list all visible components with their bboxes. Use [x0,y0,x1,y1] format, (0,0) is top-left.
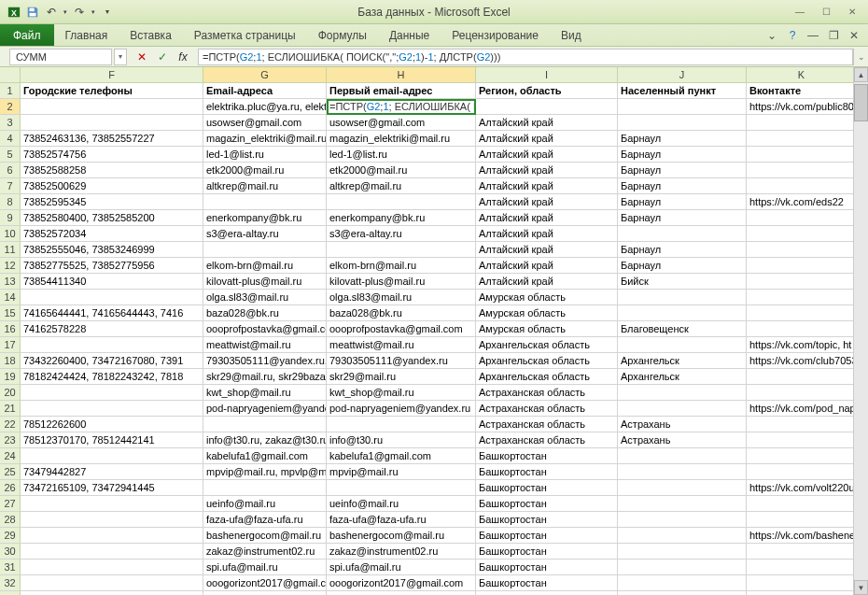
cell[interactable]: Алтайский край [476,115,618,131]
cell[interactable] [747,544,857,560]
insert-function-icon[interactable]: fx [175,50,190,64]
cell[interactable] [21,591,203,595]
row-header[interactable]: 30 [0,544,21,560]
cell[interactable] [747,591,857,595]
cell[interactable]: faza-ufa@faza-ufa.ru [327,512,476,528]
row-header[interactable]: 16 [0,321,21,337]
cell[interactable]: pod-napryageniem@yandex.ru [327,401,476,417]
row-header[interactable]: 31 [0,560,21,575]
name-box-dropdown-icon[interactable]: ▾ [114,49,127,65]
cell[interactable]: Башкортостан [476,544,618,560]
cell[interactable] [21,99,203,115]
cell[interactable]: faza-ufa@faza-ufa.ru [203,512,327,528]
row-header[interactable]: 17 [0,337,21,353]
ribbon-tab[interactable]: Формулы [307,24,378,46]
cell[interactable]: magazin_elektriki@mail.ru [203,131,327,147]
cell[interactable]: Барнаул [618,131,747,147]
cell[interactable]: Алтайский край [476,194,618,210]
cell[interactable]: Амурская область [476,290,618,305]
cell[interactable]: zakaz@instrument02.ru [327,544,476,560]
cell[interactable] [747,464,857,480]
cell[interactable]: Башкортостан [476,480,618,496]
cell[interactable] [21,575,203,591]
row-header[interactable]: 2 [0,99,21,115]
cell[interactable]: elkom-brn@mail.ru [203,258,327,274]
row-header[interactable]: 15 [0,305,21,321]
cell[interactable]: Алтайский край [476,147,618,163]
cell[interactable] [618,591,747,595]
cell[interactable] [747,575,857,591]
cell[interactable] [21,385,203,401]
cell[interactable]: s3@era-altay.ru [203,226,327,242]
cell[interactable]: Башкортостан [476,464,618,480]
cell[interactable] [747,448,857,464]
cell[interactable]: Архангельская область [476,337,618,353]
cell[interactable]: info@t30.ru [327,432,476,448]
cell[interactable]: Башкортостан [476,448,618,464]
cell[interactable] [747,305,857,321]
cell[interactable] [747,163,857,178]
cell[interactable]: =ПСТР(G2;1; ЕСЛИОШИБКА( ПОИСК(",";G2;1)-… [327,99,476,115]
cell[interactable] [747,258,857,274]
cell[interactable]: kabelufa1@gmail.com [203,448,327,464]
cell[interactable]: Благовещенск [618,321,747,337]
cell[interactable] [618,544,747,560]
cell[interactable]: https://vk.com/pod_nap [747,401,857,417]
cell[interactable]: 74165644441, 74165644443, 7416 [21,305,203,321]
cell[interactable]: enerkompany@bk.ru [327,210,476,226]
cell[interactable]: 79303505111@yandex.ru, info@ [203,353,327,369]
header-cell[interactable]: Населенный пункт [618,83,747,99]
close-icon[interactable]: ✕ [842,5,862,20]
cell[interactable]: Башкортостан [476,512,618,528]
cell[interactable] [618,337,747,353]
redo-dropdown-icon[interactable]: ▾ [90,4,97,21]
row-header[interactable]: 1 [0,83,21,99]
cell[interactable]: mpvip@mail.ru, mpvlp@mail.ru [203,464,327,480]
cell[interactable] [747,210,857,226]
cell[interactable]: 73852555046, 73853246999 [21,242,203,258]
cell[interactable]: baza028@bk.ru [203,305,327,321]
cell[interactable]: elektrika.pluc@ya.ru, elektrika [203,99,327,115]
row-header[interactable]: 21 [0,401,21,417]
cell[interactable] [203,417,327,432]
column-header[interactable]: H [327,67,476,83]
header-cell[interactable]: Вконтакте [747,83,857,99]
cell[interactable] [618,290,747,305]
cell[interactable]: ueinfo@mail.ru [203,496,327,512]
cell[interactable]: https://vk.com/volt220u [747,480,857,496]
cell[interactable] [618,480,747,496]
cell[interactable]: 73852500629 [21,178,203,194]
cell[interactable]: 78512262600 [21,417,203,432]
save-icon[interactable] [24,4,41,21]
cell[interactable]: Башкортостан [476,560,618,575]
cell[interactable]: s3@era-altay.ru [327,226,476,242]
cell[interactable]: https://vk.com/club7053 [747,353,857,369]
cell[interactable]: Астраханская область [476,385,618,401]
cell[interactable]: Астрахань [618,432,747,448]
row-header[interactable]: 9 [0,210,21,226]
row-header[interactable]: 7 [0,178,21,194]
cell[interactable]: terra-ufa@mail.ru [327,591,476,595]
cell[interactable] [618,464,747,480]
cell[interactable] [21,544,203,560]
cell[interactable]: oooprofpostavka@gmail.com [327,321,476,337]
cell[interactable]: Алтайский край [476,274,618,290]
cell[interactable]: Астрахань [618,417,747,432]
cell[interactable] [21,528,203,544]
cell[interactable]: usowser@gmail.com [203,115,327,131]
confirm-formula-icon[interactable]: ✓ [155,50,170,64]
cancel-formula-icon[interactable]: ✕ [134,50,149,64]
column-header[interactable]: I [476,67,618,83]
ribbon-tab[interactable]: Вставка [119,24,183,46]
cell[interactable]: https://vk.com/eds22 [747,194,857,210]
cell[interactable]: bashenergocom@mail.ru [327,528,476,544]
cell[interactable]: baza028@bk.ru [327,305,476,321]
cell[interactable]: info@t30.ru, zakaz@t30.ru [203,432,327,448]
row-header[interactable]: 29 [0,528,21,544]
cell[interactable]: Башкортостан [476,528,618,544]
cell[interactable] [747,512,857,528]
workbook-restore-icon[interactable]: ❐ [825,27,842,44]
cell[interactable]: magazin_elektriki@mail.ru [327,131,476,147]
ribbon-tab[interactable]: Разметка страницы [183,24,307,46]
cell[interactable] [747,290,857,305]
